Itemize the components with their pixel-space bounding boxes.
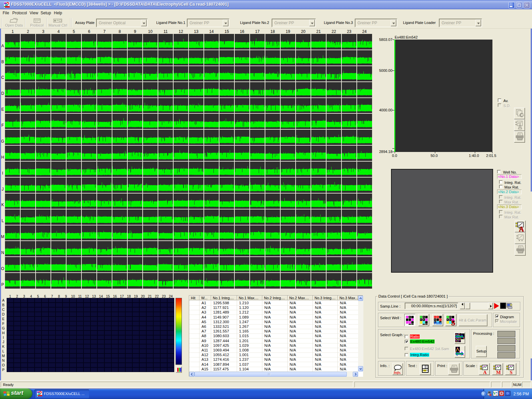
svg-text:S: S [451,319,455,326]
svg-text:FDSS: FDSS [5,6,10,8]
svg-text:FDSS: FDSS [38,395,42,397]
svg-text:M: M [496,370,501,375]
svg-text:A: A [483,370,487,375]
svg-text:A: A [519,225,524,232]
svg-text:Hits: Hits [434,321,442,326]
svg-text:S: S [510,370,512,375]
svg-text:Info.: Info. [393,370,401,374]
svg-text:c: c [496,393,497,396]
